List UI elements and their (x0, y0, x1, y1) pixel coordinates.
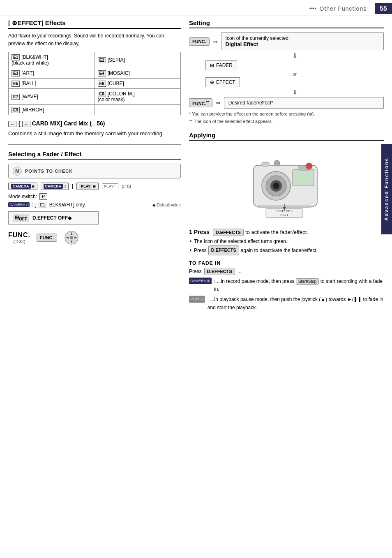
effect-icon-symbol: ⊕ (210, 79, 214, 85)
applying-heading: Applying (189, 132, 384, 141)
camera-sub-2: □ (64, 184, 66, 188)
camera-fade-badge: CAMERA·⊞ (189, 278, 212, 284)
header-title: Other Functions (320, 5, 367, 12)
play-sub-2: □ (115, 184, 117, 188)
flow-func-btn-2[interactable]: FUNC.** (189, 98, 212, 108)
play-fade-text: : ...in playback pause mode, then push t… (208, 296, 384, 311)
effect-num: E5 (12, 81, 20, 87)
camera-label-2: CAMERA (44, 184, 63, 189)
camera-badge-2: CAMERA □ (41, 183, 69, 190)
play-fade-badge: PLAY·⊞ (189, 296, 205, 302)
card-mix-icon: ↔ (8, 121, 16, 127)
mode-page-ref: (□ 8) (122, 184, 131, 189)
default-note: ◆ Default value (152, 203, 181, 207)
table-cell: E6[CUBE] (95, 79, 181, 89)
d-effects-btn-2[interactable]: D.EFFECTS (208, 245, 239, 255)
flow-down-1: ⇓ (205, 52, 384, 60)
joystick-icon (63, 229, 80, 246)
play-badge-2: PLAY □ (102, 183, 118, 189)
svg-point-5 (70, 236, 73, 239)
right-column: Setting FUNC. ⇒ Icon of the currently se… (189, 19, 384, 314)
note2-text: ** The icon of the selected effect appea… (189, 118, 384, 125)
effect-num: E6 (98, 81, 106, 87)
card-mix-heading: ↔ [ ↔ CARD MIX] Card Mix (□ 56) (8, 120, 181, 127)
fade-press-label: Press (189, 269, 202, 274)
play-fade-block: PLAY·⊞ : ...in playback pause mode, then… (189, 296, 384, 311)
setting-heading: Setting (189, 19, 384, 28)
blkwht-label: BLK&WHT] only. (49, 202, 86, 208)
flow-func-btn-1[interactable]: FUNC. (189, 37, 210, 46)
desired-fader-box: Desired fader/effect* (224, 97, 384, 109)
camera-only-text: : [ (32, 202, 36, 208)
mode-p-box: P (39, 193, 47, 200)
play-sub-1: ⊞ (93, 184, 96, 188)
points-label: POINTS TO CHECK (25, 169, 73, 174)
mode-badges-row: CAMERA ⊞ CAMERA □ | PLAY ⊞ PLAY □ (□ 8) (8, 183, 181, 190)
main-container: [ ⊕EFFECT] Effects Add flavor to your re… (0, 19, 392, 314)
flow-note-1: * You can preview the effect on the scre… (189, 111, 384, 125)
asterisks: ** (206, 100, 209, 104)
press-num: 1 Press (189, 229, 210, 235)
flow-icon-box-1: Icon of the currently selected Digital E… (221, 32, 384, 50)
svg-rect-13 (262, 162, 269, 166)
effect-num: E7 (12, 94, 20, 100)
deffect-icon: ⊞OFF (13, 214, 29, 222)
bullet2-part1: Press (194, 247, 207, 255)
effect-icon-box: ⊕ EFFECT (205, 77, 240, 87)
table-cell: E8[COLOR M.](color mask) (95, 89, 181, 105)
effect-num: E8 (98, 91, 106, 97)
effects-table: E1[BLK&WHT](black and white) E2[SEPIA] E… (8, 52, 181, 115)
play-badge-1: PLAY ⊞ (76, 183, 99, 190)
effect-num: E1 (12, 54, 20, 60)
fade-press-suffix: ... (238, 269, 242, 274)
camera-fade-text: : ...in record pause mode, then press St… (214, 278, 384, 293)
fader-icon-box: ⊞ FADER (205, 60, 237, 70)
note1-text: * You can preview the effect on the scre… (189, 111, 384, 118)
table-cell: E2[SEPIA] (95, 52, 181, 68)
func-page-ref: (□ 22) (13, 239, 25, 244)
table-row: E7[WAVE] E8[COLOR M.](color mask) (9, 89, 181, 105)
camera-only-line: CAMERA·□ : [ E1 BLK&WHT] only. ◆ Default… (8, 202, 181, 208)
points-icon: M (13, 167, 22, 176)
func-btn-big-label: FUNC. (8, 232, 30, 239)
effect-section-heading: [ ⊕EFFECT] Effects (8, 19, 181, 29)
card-mix-icon2: ↔ (22, 121, 30, 127)
selecting-fader-heading: Selecting a Fader / Effect (8, 150, 181, 160)
blkwht-box: E1 (38, 202, 47, 208)
mode-switch-line: Mode switch: P (8, 193, 181, 200)
d-effects-btn-1[interactable]: D.EFFECTS (213, 229, 244, 236)
func-btn-small[interactable]: FUNC. (37, 234, 57, 242)
flow-row-2: FUNC.** ⇒ Desired fader/effect* (189, 97, 384, 109)
bullet2-part2: again to deactivate the fader/effect. (241, 247, 318, 255)
flow-row-1: FUNC. ⇒ Icon of the currently selected D… (189, 32, 384, 50)
func-area: FUNC. (□ 22) FUNC. (8, 229, 181, 246)
flow-down-2: ⇓ (205, 88, 384, 96)
camera-sub-1: ⊞ (32, 184, 35, 188)
mode-switch-label: Mode switch: (8, 194, 37, 199)
func-btn-small-label: FUNC. (40, 235, 54, 240)
header-dots: •••• (309, 6, 316, 12)
to-fade-heading: To Fade In (189, 260, 384, 266)
camera-badge-1: CAMERA ⊞ (8, 183, 37, 190)
press-suffix: to activate the fader/effect. (245, 229, 308, 235)
camera-image-container: D.EFFECTS / P.SET (189, 145, 384, 223)
page-wrapper: •••• Other Functions 55 Advanced Functio… (0, 0, 392, 322)
or-text: or (205, 72, 384, 76)
bullet-item-1: The icon of the selected effect turns gr… (194, 238, 384, 245)
flow-arrow-2: ⇒ (216, 100, 221, 106)
table-cell: E5[BALL] (9, 79, 95, 89)
setting-flow: FUNC. ⇒ Icon of the currently selected D… (189, 32, 384, 125)
svg-text:P.SET: P.SET (280, 213, 288, 216)
play-label-2: PLAY (104, 184, 113, 188)
func-main: FUNC. (□ 22) (8, 232, 30, 244)
camera-label-1: CAMERA (11, 184, 31, 189)
table-cell: E7[WAVE] (9, 89, 95, 105)
card-mix-body: Combines a still image from the memory c… (8, 130, 181, 138)
flow-box-line2: Digital Effect (226, 41, 379, 47)
fade-d-effects-btn[interactable]: D.EFFECTS (204, 268, 235, 275)
flow-func-btn-2-label: FUNC. (192, 101, 206, 106)
table-row: E9[MIRROR] (9, 105, 181, 115)
table-row: E3[ART] E4[MOSAIC] (9, 68, 181, 79)
start-stop-btn[interactable]: Start/Stop (296, 278, 319, 285)
flow-option-effect: ⊕ EFFECT (205, 77, 384, 87)
